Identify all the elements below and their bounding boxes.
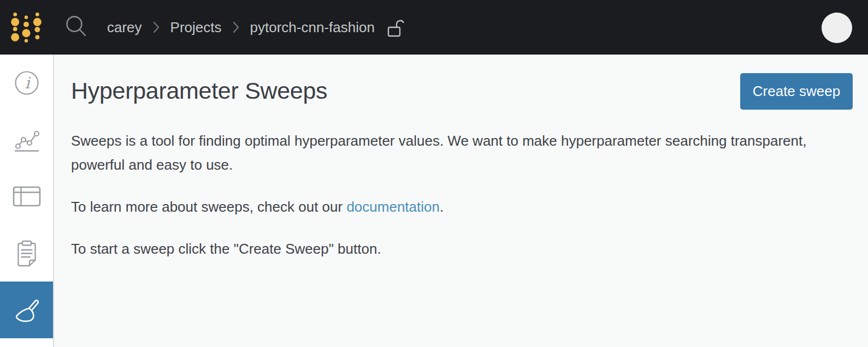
breadcrumb: carey Projects pytorch-cnn-fashion bbox=[107, 0, 406, 55]
line-chart-icon bbox=[13, 127, 40, 153]
svg-text:i: i bbox=[25, 74, 31, 92]
breadcrumb-entity[interactable]: carey bbox=[107, 19, 142, 36]
intro-paragraph: Sweeps is a tool for finding optimal hyp… bbox=[71, 129, 836, 177]
documentation-link[interactable]: documentation bbox=[346, 199, 440, 215]
docs-paragraph-prefix: To learn more about sweeps, check out ou… bbox=[71, 199, 346, 215]
page-title: Hyperparameter Sweeps bbox=[71, 74, 327, 107]
search-icon bbox=[63, 14, 90, 40]
create-sweep-button[interactable]: Create sweep bbox=[740, 73, 853, 110]
chevron-right-icon bbox=[232, 20, 240, 34]
unlocked-padlock-icon bbox=[387, 18, 406, 38]
sidebar-item-table[interactable] bbox=[0, 168, 53, 225]
wandb-logo-icon[interactable] bbox=[11, 11, 42, 44]
user-avatar[interactable] bbox=[822, 13, 852, 43]
table-icon bbox=[13, 186, 41, 207]
info-icon: i bbox=[14, 70, 39, 95]
search-button[interactable] bbox=[62, 12, 91, 41]
docs-paragraph: To learn more about sweeps, check out ou… bbox=[71, 195, 836, 219]
breadcrumb-project-name[interactable]: pytorch-cnn-fashion bbox=[250, 19, 375, 36]
chevron-right-icon bbox=[152, 20, 160, 34]
sidebar-item-sweeps[interactable] bbox=[0, 282, 53, 338]
sidebar-item-notes[interactable] bbox=[0, 225, 53, 282]
start-sweep-paragraph: To start a sweep click the "Create Sweep… bbox=[71, 237, 836, 261]
sidebar-item-overview[interactable]: i bbox=[0, 55, 53, 111]
breadcrumb-projects[interactable]: Projects bbox=[170, 19, 222, 36]
docs-paragraph-suffix: . bbox=[440, 199, 444, 215]
clipboard-icon bbox=[15, 239, 39, 267]
sidebar-item-charts[interactable] bbox=[0, 111, 53, 168]
project-sidebar: i bbox=[0, 55, 54, 347]
top-navigation-bar: carey Projects pytorch-cnn-fashion bbox=[0, 0, 868, 55]
sweeps-description: Sweeps is a tool for finding optimal hyp… bbox=[71, 129, 836, 279]
sweeps-page: Hyperparameter Sweeps Create sweep Sweep… bbox=[54, 55, 868, 347]
broom-icon bbox=[13, 295, 41, 325]
